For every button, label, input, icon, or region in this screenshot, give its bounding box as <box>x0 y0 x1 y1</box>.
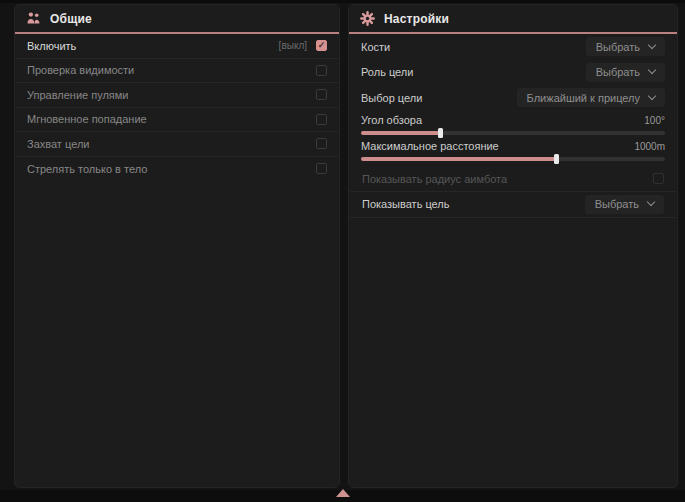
toggle-label: Захват цели <box>27 138 89 150</box>
slider-value: 100° <box>644 115 665 126</box>
toggle-label: Включить <box>27 40 76 52</box>
setting-label: Показывать цель <box>362 198 450 210</box>
general-panel-header: Общие <box>15 5 339 34</box>
slider-handle[interactable] <box>438 128 443 138</box>
slider-fill <box>361 157 556 161</box>
chevron-down-icon <box>648 41 656 49</box>
show-target-dropdown[interactable]: Выбрать <box>585 195 664 214</box>
instant-hit-checkbox[interactable] <box>316 114 327 125</box>
setting-row-fov: Угол обзора 100° <box>349 111 677 137</box>
chevron-down-icon <box>647 198 655 206</box>
settings-panel: Настройки Кости Выбрать Роль цели Выбрат… <box>348 4 678 488</box>
setting-label: Максимальное расстояние <box>361 140 499 152</box>
slider-handle[interactable] <box>554 154 559 164</box>
slider-value: 1000m <box>634 141 665 152</box>
gear-icon <box>360 11 375 26</box>
dropdown-value: Выбрать <box>596 66 640 78</box>
general-panel: Общие Включить [выкл] ✓ Проверка видимос… <box>14 4 340 488</box>
setting-label: Показывать радиус аимбота <box>362 173 507 185</box>
body-only-checkbox[interactable] <box>316 163 327 174</box>
target-role-dropdown[interactable]: Выбрать <box>586 63 665 82</box>
toggle-row-body-only[interactable]: Стрелять только в тело <box>16 157 338 182</box>
top-strip <box>0 0 685 3</box>
toggle-label: Мгновенное попадание <box>27 113 147 125</box>
bullet-control-checkbox[interactable] <box>316 89 327 100</box>
dropdown-value: Ближайший к прицелу <box>527 92 640 104</box>
setting-row-bones: Кости Выбрать <box>349 34 677 60</box>
setting-row-max-distance: Максимальное расстояние 1000m <box>349 137 677 163</box>
chevron-down-icon <box>648 92 656 100</box>
setting-row-show-aimbot-radius: Показывать радиус аимбота <box>350 167 676 193</box>
fov-slider[interactable] <box>361 131 665 135</box>
target-selection-dropdown[interactable]: Ближайший к прицелу <box>517 88 665 107</box>
scroll-up-arrow-icon[interactable] <box>336 489 350 497</box>
hotkey-state-hint: [выкл] <box>279 40 307 51</box>
max-distance-slider[interactable] <box>361 157 665 161</box>
target-lock-checkbox[interactable] <box>316 138 327 149</box>
setting-label: Роль цели <box>361 66 413 78</box>
dropdown-value: Выбрать <box>596 41 640 53</box>
setting-row-target-role: Роль цели Выбрать <box>349 60 677 86</box>
people-icon <box>26 11 41 26</box>
dropdown-value: Выбрать <box>595 198 639 210</box>
bones-dropdown[interactable]: Выбрать <box>586 37 665 56</box>
setting-row-target-selection: Выбор цели Ближайший к прицелу <box>349 85 677 111</box>
setting-label: Угол обзора <box>361 114 422 126</box>
toggle-row-instant-hit[interactable]: Мгновенное попадание <box>16 108 338 133</box>
toggle-row-visibility-check[interactable]: Проверка видимости <box>16 59 338 84</box>
general-panel-title: Общие <box>50 12 92 26</box>
visibility-check-checkbox[interactable] <box>316 65 327 76</box>
enable-checkbox[interactable]: ✓ <box>316 40 327 51</box>
show-aimbot-radius-checkbox[interactable] <box>653 173 664 184</box>
toggle-row-enable[interactable]: Включить [выкл] ✓ <box>16 34 338 59</box>
settings-panel-header: Настройки <box>349 5 677 34</box>
slider-fill <box>361 131 440 135</box>
settings-panel-title: Настройки <box>384 12 449 26</box>
toggle-label: Стрелять только в тело <box>27 163 147 175</box>
toggle-row-target-lock[interactable]: Захват цели <box>16 132 338 157</box>
setting-label: Выбор цели <box>361 92 422 104</box>
toggle-label: Управление пулями <box>27 89 129 101</box>
toggle-row-bullet-control[interactable]: Управление пулями <box>16 83 338 108</box>
setting-label: Кости <box>361 41 390 53</box>
chevron-down-icon <box>648 66 656 74</box>
toggle-label: Проверка видимости <box>27 64 134 76</box>
check-icon: ✓ <box>318 41 326 50</box>
setting-row-show-target: Показывать цель Выбрать <box>350 192 676 218</box>
